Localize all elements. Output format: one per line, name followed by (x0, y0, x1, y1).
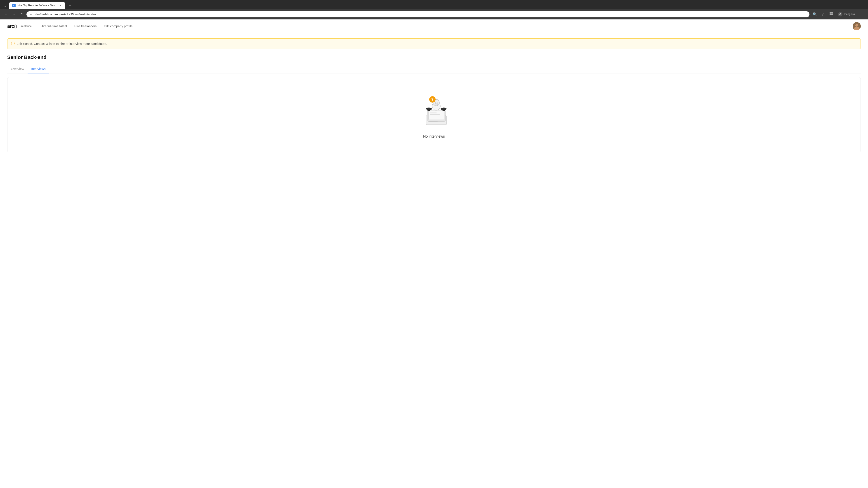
browser-chrome: ⌄ A Hire Top Remote Software Dev... × + … (0, 0, 868, 20)
svg-rect-14 (430, 112, 437, 113)
alert-text: Job closed. Contact Wilson to hire or in… (17, 42, 107, 46)
svg-rect-2 (830, 12, 831, 13)
logo-badge: Freelance (20, 25, 32, 28)
extensions-button[interactable] (828, 11, 834, 18)
svg-rect-13 (429, 111, 444, 120)
reload-button[interactable]: ↻ (19, 11, 25, 18)
incognito-label: Incognito (844, 13, 855, 16)
svg-rect-5 (831, 14, 833, 15)
tab-list-button[interactable]: ⌄ (2, 2, 8, 8)
svg-text:?: ? (431, 98, 434, 101)
hire-fulltime-link[interactable]: Hire full-time talent (41, 24, 67, 28)
header-right (852, 22, 861, 30)
svg-point-19 (435, 102, 436, 103)
tab-close-button[interactable]: × (59, 3, 62, 8)
tab-interviews[interactable]: Interviews (28, 65, 49, 73)
logo[interactable]: arc() Freelance (7, 23, 32, 29)
hire-freelancers-link[interactable]: Hire freelancers (74, 24, 97, 28)
tab-title: Hire Top Remote Software Dev... (18, 4, 57, 7)
svg-rect-3 (831, 12, 833, 13)
tab-favicon: A (12, 4, 16, 7)
svg-rect-4 (830, 14, 831, 15)
bookmark-button[interactable]: ☆ (820, 11, 826, 18)
tab-bar: ⌄ A Hire Top Remote Software Dev... × + (0, 0, 868, 9)
more-options-button[interactable]: ⋮ (859, 11, 865, 18)
no-interviews-label: No interviews (423, 134, 445, 138)
main-nav: Hire full-time talent Hire freelancers E… (41, 24, 852, 28)
user-avatar[interactable] (852, 22, 861, 30)
url-bar[interactable] (26, 11, 809, 18)
active-tab: A Hire Top Remote Software Dev... × (9, 2, 65, 9)
nav-icons: 🔍 ☆ Incognito ⋮ (811, 11, 865, 18)
svg-text:A: A (13, 4, 14, 6)
nav-bar: ← → ↻ 🔍 ☆ In (0, 9, 868, 20)
alert-icon: ⓘ (11, 41, 15, 46)
search-icon-button[interactable]: 🔍 (811, 11, 818, 18)
svg-point-8 (855, 24, 858, 27)
app: arc() Freelance Hire full-time talent Hi… (0, 20, 868, 158)
back-button[interactable]: ← (3, 11, 9, 17)
page-tabs: Overview Interviews (7, 65, 861, 73)
page-content: ⓘ Job closed. Contact Wilson to hire or … (0, 33, 868, 158)
tab-overview[interactable]: Overview (7, 65, 28, 73)
edit-company-profile-link[interactable]: Edit company profile (104, 24, 133, 28)
logo-text: arc() (7, 23, 17, 29)
page-title: Senior Back-end (7, 55, 861, 60)
interviews-panel: ? No interviews (7, 77, 861, 152)
alert-banner: ⓘ Job closed. Contact Wilson to hire or … (7, 38, 861, 49)
incognito-indicator: Incognito (836, 11, 857, 18)
svg-rect-15 (430, 114, 440, 115)
new-tab-button[interactable]: + (67, 2, 73, 9)
svg-point-20 (437, 102, 438, 103)
app-header: arc() Freelance Hire full-time talent Hi… (0, 20, 868, 33)
empty-state-illustration: ? (414, 91, 454, 130)
incognito-icon (838, 12, 842, 17)
svg-rect-16 (430, 116, 438, 116)
forward-button[interactable]: → (11, 11, 17, 17)
